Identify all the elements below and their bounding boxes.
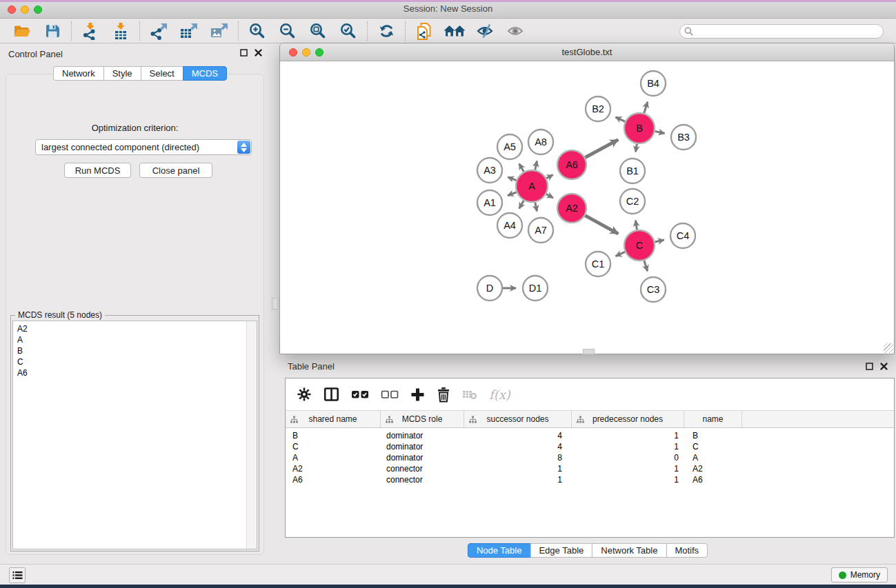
edge-B-B1[interactable] bbox=[635, 144, 637, 152]
network-node-A1[interactable]: A1 bbox=[477, 190, 502, 215]
home-icon[interactable] bbox=[439, 21, 470, 41]
import-table-icon[interactable] bbox=[106, 21, 136, 41]
network-canvas[interactable]: B4B2BB3A5A8A6B1A3AC2A1A2A4A7C4CC1C3DD1 bbox=[280, 61, 894, 354]
float-panel-icon[interactable] bbox=[866, 363, 873, 370]
edge-A-A5[interactable] bbox=[519, 163, 524, 172]
edge-A-A8[interactable] bbox=[535, 161, 537, 170]
network-node-A4[interactable]: A4 bbox=[497, 213, 522, 238]
column-header-predecessor-nodes[interactable]: predecessor nodes bbox=[572, 411, 684, 427]
clone-network-icon[interactable] bbox=[409, 21, 439, 41]
edge-B-B4[interactable] bbox=[644, 102, 648, 113]
table-settings-gear-icon[interactable] bbox=[297, 387, 312, 402]
edge-C-C1[interactable] bbox=[616, 252, 625, 256]
mcds-result-item[interactable]: A bbox=[13, 334, 257, 345]
table-cell[interactable]: dominator bbox=[381, 452, 464, 463]
close-panel-icon[interactable] bbox=[255, 49, 262, 57]
export-image-icon[interactable] bbox=[204, 21, 235, 41]
hide-graphics-details-icon[interactable] bbox=[470, 21, 500, 41]
network-node-A6[interactable]: A6 bbox=[557, 150, 586, 179]
edge-A-A1[interactable] bbox=[508, 192, 517, 196]
tab-network[interactable]: Network bbox=[53, 66, 104, 81]
mcds-result-item[interactable]: C bbox=[13, 356, 257, 367]
network-node-B[interactable]: B bbox=[624, 113, 655, 143]
tab-motifs[interactable]: Motifs bbox=[666, 543, 708, 558]
network-node-A3[interactable]: A3 bbox=[477, 158, 502, 183]
network-node-B3[interactable]: B3 bbox=[671, 125, 696, 150]
table-cell[interactable]: A bbox=[286, 452, 381, 463]
network-node-D[interactable]: D bbox=[477, 276, 502, 301]
export-table-icon[interactable] bbox=[174, 21, 204, 41]
table-cell[interactable]: C bbox=[684, 441, 742, 452]
export-network-icon[interactable] bbox=[143, 21, 174, 41]
close-panel-button[interactable]: Close panel bbox=[139, 163, 212, 178]
table-row[interactable]: Cdominator41C bbox=[286, 441, 894, 452]
table-cell[interactable]: A6 bbox=[684, 474, 742, 485]
optimization-criterion-select[interactable]: largest connected component (directed) bbox=[35, 139, 252, 155]
table-cell[interactable]: 8 bbox=[464, 452, 572, 463]
network-node-B2[interactable]: B2 bbox=[586, 97, 610, 121]
run-mcds-button[interactable]: Run MCDS bbox=[64, 163, 131, 178]
search-input[interactable] bbox=[679, 24, 884, 39]
table-row[interactable]: Bdominator41B bbox=[286, 430, 894, 441]
splitter-handle-vertical[interactable] bbox=[272, 298, 278, 310]
deselect-all-icon[interactable] bbox=[381, 389, 399, 399]
column-header-name[interactable]: name bbox=[684, 411, 742, 427]
mcds-result-item[interactable]: A6 bbox=[13, 367, 257, 378]
zoom-selected-icon[interactable] bbox=[333, 21, 364, 41]
tab-select[interactable]: Select bbox=[141, 66, 183, 81]
table-cell[interactable]: 1 bbox=[572, 430, 684, 441]
edge-B-B3[interactable] bbox=[655, 132, 665, 134]
save-icon[interactable] bbox=[37, 21, 68, 41]
table-cell[interactable]: 4 bbox=[464, 441, 572, 452]
edge-A-A6[interactable] bbox=[546, 175, 552, 179]
edge-A6-B[interactable] bbox=[585, 140, 618, 158]
tab-edge-table[interactable]: Edge Table bbox=[530, 543, 593, 558]
edge-A-A2[interactable] bbox=[546, 194, 553, 198]
table-row[interactable]: A2connector11A2 bbox=[286, 463, 894, 474]
table-cell[interactable]: connector bbox=[381, 463, 464, 474]
network-node-B4[interactable]: B4 bbox=[641, 71, 666, 96]
network-node-A[interactable]: A bbox=[516, 170, 548, 202]
column-header-successor-nodes[interactable]: successor nodes bbox=[464, 411, 572, 427]
table-row[interactable]: Adominator80A bbox=[286, 452, 894, 463]
delete-column-trash-icon[interactable] bbox=[437, 387, 450, 403]
zoom-out-icon[interactable] bbox=[272, 21, 303, 41]
function-builder-icon[interactable]: f(x) bbox=[489, 387, 510, 402]
zoom-fit-icon[interactable] bbox=[303, 21, 333, 41]
network-node-C1[interactable]: C1 bbox=[586, 252, 610, 276]
network-node-A2[interactable]: A2 bbox=[557, 194, 586, 223]
edge-A-A7[interactable] bbox=[535, 203, 537, 212]
import-network-icon[interactable] bbox=[75, 21, 106, 41]
edge-C-C4[interactable] bbox=[655, 240, 664, 242]
table-cell[interactable]: A6 bbox=[286, 474, 381, 485]
table-cell[interactable]: C bbox=[286, 441, 381, 452]
tab-node-table[interactable]: Node Table bbox=[468, 543, 531, 558]
table-cell[interactable]: 1 bbox=[572, 441, 684, 452]
network-node-B1[interactable]: B1 bbox=[620, 159, 645, 183]
tab-mcds[interactable]: MCDS bbox=[183, 66, 227, 81]
edge-C-C2[interactable] bbox=[635, 221, 637, 230]
network-node-C[interactable]: C bbox=[624, 230, 655, 261]
network-window-titlebar[interactable]: testGlobe.txt bbox=[280, 43, 894, 61]
close-panel-icon[interactable] bbox=[880, 363, 888, 370]
table-row[interactable]: A6connector11A6 bbox=[286, 474, 894, 485]
table-cell[interactable]: 1 bbox=[572, 474, 684, 485]
mcds-result-item[interactable]: A2 bbox=[13, 321, 257, 334]
mcds-result-item[interactable]: B bbox=[13, 345, 257, 356]
network-node-D1[interactable]: D1 bbox=[523, 276, 548, 301]
network-node-A8[interactable]: A8 bbox=[528, 130, 553, 154]
edge-C-C3[interactable] bbox=[644, 261, 648, 271]
refresh-icon[interactable] bbox=[371, 21, 401, 41]
open-file-icon[interactable] bbox=[7, 21, 37, 41]
eye-icon[interactable] bbox=[500, 21, 530, 41]
delete-table-icon[interactable] bbox=[462, 389, 477, 400]
splitter-handle-horizontal[interactable] bbox=[583, 349, 595, 354]
tab-style[interactable]: Style bbox=[103, 66, 141, 81]
column-header-shared-name[interactable]: shared name bbox=[286, 411, 381, 427]
edge-B-B2[interactable] bbox=[615, 117, 625, 121]
table-cell[interactable]: A2 bbox=[684, 463, 742, 474]
table-cell[interactable]: 4 bbox=[464, 430, 572, 441]
table-cell[interactable]: connector bbox=[381, 474, 464, 485]
table-cell[interactable]: 1 bbox=[572, 463, 684, 474]
network-node-C4[interactable]: C4 bbox=[670, 223, 695, 248]
